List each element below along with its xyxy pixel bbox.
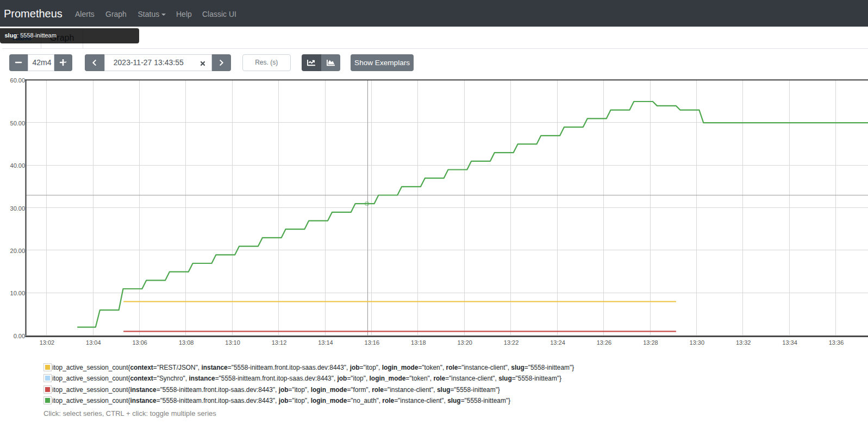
svg-text:13:32: 13:32: [736, 339, 751, 346]
svg-text:13:34: 13:34: [782, 339, 797, 346]
svg-text:13:04: 13:04: [86, 339, 101, 346]
svg-text:13:06: 13:06: [132, 339, 147, 346]
svg-text:30.00: 30.00: [10, 205, 26, 212]
svg-text:13:16: 13:16: [365, 339, 380, 346]
svg-text:40.00: 40.00: [10, 162, 26, 169]
svg-text:13:02: 13:02: [40, 339, 55, 346]
svg-text:13:18: 13:18: [411, 339, 426, 346]
svg-text:20.00: 20.00: [10, 248, 26, 254]
svg-text:13:14: 13:14: [318, 339, 333, 346]
svg-text:0.00: 0.00: [14, 333, 25, 339]
svg-text:13:26: 13:26: [597, 339, 612, 346]
svg-text:13:30: 13:30: [690, 339, 705, 346]
svg-text:13:22: 13:22: [504, 339, 519, 346]
svg-text:13:36: 13:36: [829, 339, 844, 346]
svg-text:13:12: 13:12: [272, 339, 287, 346]
svg-text:50.00: 50.00: [10, 120, 26, 126]
svg-text:10.00: 10.00: [10, 290, 26, 296]
svg-text:13:28: 13:28: [643, 339, 658, 346]
svg-text:60.00: 60.00: [10, 77, 26, 84]
svg-text:13:10: 13:10: [225, 339, 240, 346]
svg-text:13:24: 13:24: [550, 339, 565, 346]
svg-text:13:20: 13:20: [457, 339, 472, 346]
svg-text:13:08: 13:08: [179, 339, 194, 346]
